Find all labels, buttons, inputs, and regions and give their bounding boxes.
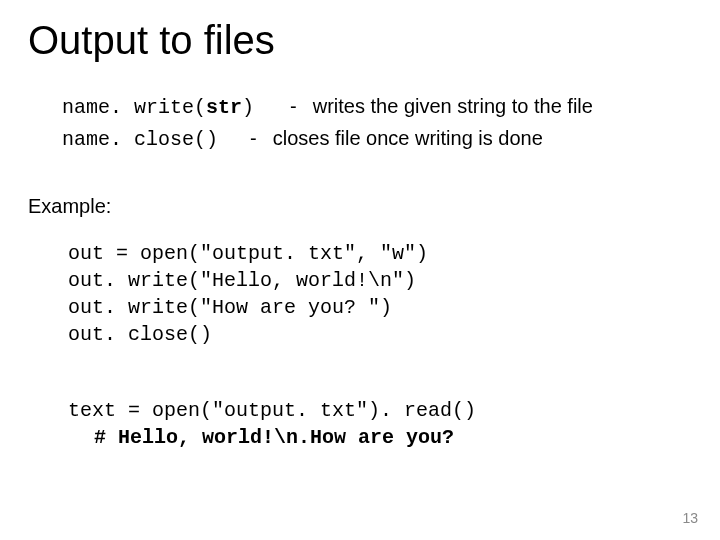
api-write-arg: str bbox=[206, 96, 242, 119]
code-block-1: out = open("output. txt", "w") out. writ… bbox=[68, 240, 692, 348]
code2-line2: # Hello, world!\n.How are you? bbox=[94, 426, 454, 449]
api-write-fn: write( bbox=[122, 96, 206, 119]
slide: Output to files name. write(str)-writes … bbox=[0, 0, 720, 540]
page-number: 13 bbox=[682, 510, 698, 526]
code2-line1: text = open("output. txt"). read() bbox=[68, 399, 476, 422]
api-write-close: ) bbox=[242, 96, 254, 119]
dash-icon: - bbox=[250, 127, 257, 149]
api-write-desc: writes the given string to the file bbox=[313, 95, 593, 117]
api-close-fn: close() bbox=[122, 128, 218, 151]
code-block-2: text = open("output. txt"). read() # Hel… bbox=[68, 370, 692, 451]
api-write-row: name. write(str)-writes the given string… bbox=[62, 91, 692, 123]
api-write-dot: . bbox=[110, 96, 122, 119]
page-title: Output to files bbox=[28, 18, 692, 63]
api-list: name. write(str)-writes the given string… bbox=[62, 91, 692, 155]
api-close-dot: . bbox=[110, 128, 122, 151]
api-close-desc: closes file once writing is done bbox=[273, 127, 543, 149]
api-close-row: name. close()-closes file once writing i… bbox=[62, 123, 692, 155]
api-close-prefix: name bbox=[62, 128, 110, 151]
dash-icon: - bbox=[290, 95, 297, 117]
example-label: Example: bbox=[28, 195, 692, 218]
api-write-prefix: name bbox=[62, 96, 110, 119]
